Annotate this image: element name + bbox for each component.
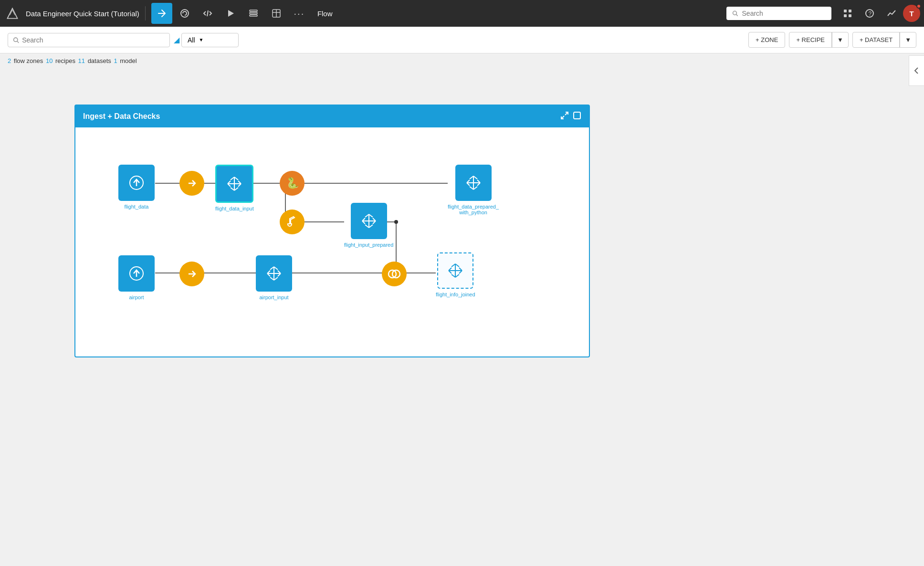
deploy-nav-btn[interactable] [243, 3, 264, 24]
search-icon [732, 10, 738, 17]
svg-line-59 [470, 176, 473, 179]
python-recipe-node[interactable]: 🐍 [280, 171, 304, 196]
flow-label[interactable]: Flow [317, 10, 333, 18]
flight-input-prepared-node[interactable]: flight_input_prepared [344, 203, 393, 248]
svg-line-17 [17, 41, 19, 42]
model-label: model [120, 57, 136, 64]
arrow-recipe-2-node[interactable] [179, 262, 204, 286]
recipe-count-link[interactable]: 10 [46, 57, 52, 64]
svg-rect-12 [844, 14, 847, 17]
flight-data-node[interactable]: flight_data [118, 165, 155, 210]
svg-line-89 [455, 274, 459, 277]
topnav-search-input[interactable] [742, 10, 826, 17]
add-dataset-label[interactable]: + DATASET [853, 32, 900, 47]
svg-line-66 [473, 187, 477, 189]
app-title: Data Engineer Quick Start (Tutorial) [26, 10, 139, 18]
svg-line-70 [270, 267, 274, 270]
main-toolbar: ◢ All ▼ + ZONE + RECIPE ▼ + DATASET ▼ [0, 27, 924, 53]
arrow-recipe-2-circle [179, 262, 204, 286]
join-recipe-node[interactable] [382, 262, 407, 286]
expand-icon[interactable] [560, 111, 569, 122]
flight-data-input-node[interactable]: flight_data_input [215, 165, 254, 211]
brush-recipe-node[interactable] [280, 210, 304, 234]
svg-line-71 [274, 267, 278, 270]
svg-line-40 [234, 177, 238, 180]
svg-line-49 [365, 214, 369, 217]
recipe-dropdown-icon[interactable]: ▼ [832, 32, 848, 47]
add-zone-button[interactable]: + ZONE [748, 32, 785, 48]
svg-line-56 [369, 225, 373, 228]
svg-rect-2 [250, 10, 257, 11]
flow-nav-btn[interactable] [151, 3, 172, 24]
toolbar-search-box[interactable] [8, 33, 170, 47]
flow-zone-header: Ingest + Data Checks [75, 105, 589, 127]
svg-line-77 [274, 277, 278, 280]
dashboard-nav-btn[interactable] [266, 3, 287, 24]
airport-label: airport [129, 294, 144, 300]
svg-rect-4 [250, 15, 257, 16]
brush-recipe-circle [280, 210, 304, 234]
flight-input-prepared-label: flight_input_prepared [344, 242, 393, 248]
python-recipe-circle: 🐍 [280, 171, 304, 196]
svg-line-83 [455, 264, 459, 267]
flight-info-joined-node[interactable]: flight_info_joined [436, 252, 475, 297]
svg-line-55 [365, 225, 369, 228]
breadcrumb: 2 flow zones 10 recipes 11 datasets 1 mo… [0, 53, 924, 68]
code-nav-btn[interactable] [197, 3, 218, 24]
svg-point-34 [394, 220, 398, 224]
grid-icon-btn[interactable] [837, 3, 858, 24]
topnav-right-icons: ? T [837, 3, 920, 24]
back-arrow-btn[interactable] [909, 55, 924, 86]
arrow-recipe-1-node[interactable] [179, 171, 204, 196]
airport-input-box [256, 255, 292, 292]
flight-info-joined-box [437, 252, 473, 289]
flight-data-label: flight_data [125, 204, 149, 210]
main-content: Ingest + Data Checks [0, 68, 924, 365]
toolbar-actions: + ZONE + RECIPE ▼ + DATASET ▼ [748, 32, 916, 48]
svg-line-88 [452, 274, 455, 277]
svg-line-82 [452, 264, 455, 267]
run-nav-btn[interactable] [220, 3, 241, 24]
dataset-count-link[interactable]: 11 [78, 57, 85, 64]
add-recipe-label[interactable]: + RECIPE [789, 32, 832, 47]
add-recipe-button[interactable]: + RECIPE ▼ [789, 32, 848, 48]
airport-node[interactable]: airport [118, 255, 155, 300]
svg-rect-11 [849, 10, 851, 12]
flow-connections [75, 127, 589, 356]
svg-line-50 [369, 214, 373, 217]
search-icon [13, 37, 19, 43]
zone-count-link[interactable]: 2 [8, 57, 11, 64]
dataset-label: datasets [88, 57, 113, 64]
nav-separator [145, 6, 146, 21]
topnav-search-box[interactable] [726, 7, 831, 20]
user-avatar[interactable]: T [903, 5, 920, 22]
window-icon[interactable] [573, 111, 581, 122]
arrow-recipe-1-circle [179, 171, 204, 196]
filter-select[interactable]: All ▼ [181, 33, 239, 47]
recipe-label: recipes [55, 57, 77, 64]
svg-rect-10 [844, 10, 847, 12]
airport-input-label: airport_input [259, 294, 288, 300]
svg-point-0 [181, 10, 189, 17]
flight-data-input-box [215, 165, 253, 203]
filter-value: All [188, 36, 195, 44]
svg-rect-20 [574, 112, 580, 119]
notification-dot [916, 4, 921, 9]
model-count-link[interactable]: 1 [114, 57, 117, 64]
more-nav-btn[interactable]: ··· [289, 3, 310, 24]
flight-data-prepared-node[interactable]: flight_data_prepared_with_python [448, 165, 499, 215]
trend-icon-btn[interactable] [881, 3, 902, 24]
svg-line-65 [470, 187, 473, 189]
filter-group: ◢ All ▼ [174, 33, 239, 47]
flight-input-prepared-box [351, 203, 387, 239]
toolbar-search-input[interactable] [22, 36, 165, 44]
add-dataset-button[interactable]: + DATASET ▼ [852, 32, 916, 48]
dataset-dropdown-icon[interactable]: ▼ [900, 32, 916, 47]
flight-data-box [118, 165, 155, 201]
svg-line-60 [473, 176, 477, 179]
help-icon-btn[interactable]: ? [859, 3, 880, 24]
airport-input-node[interactable]: airport_input [256, 255, 292, 300]
flow-zone: Ingest + Data Checks [74, 105, 590, 357]
chevron-down-icon: ▼ [199, 37, 204, 42]
prepare-nav-btn[interactable] [174, 3, 195, 24]
